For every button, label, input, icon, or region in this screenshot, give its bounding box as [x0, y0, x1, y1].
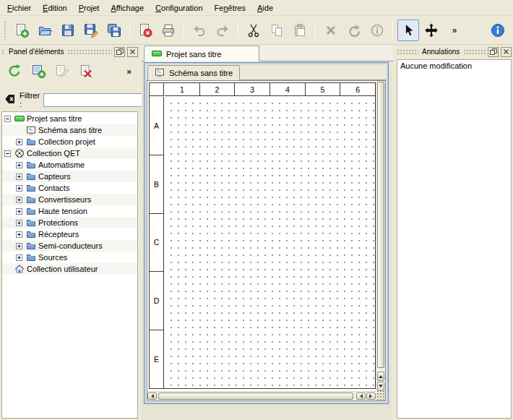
cut-button[interactable] — [243, 20, 264, 41]
select-arrow-button[interactable] — [397, 20, 419, 41]
row-label: C — [150, 213, 163, 272]
menu-fichier[interactable]: Fichier — [1, 0, 37, 15]
expand-icon[interactable] — [16, 197, 24, 203]
expand-icon[interactable] — [16, 173, 24, 180]
expand-icon[interactable] — [16, 162, 24, 168]
clear-filter-icon — [4, 93, 16, 106]
project-icon — [152, 48, 162, 60]
filter-input[interactable] — [43, 93, 152, 107]
tree-item-schema-sans-titre[interactable]: Schéma sans titre — [2, 124, 137, 136]
expand-icon[interactable] — [16, 139, 24, 145]
dock-float-button[interactable] — [114, 47, 125, 57]
save-as-button[interactable] — [80, 20, 102, 41]
scroll-up-button[interactable] — [377, 372, 384, 381]
vertical-scrollbar[interactable] — [376, 81, 385, 391]
diagram-grid[interactable] — [165, 97, 375, 388]
close-file-button[interactable] — [134, 20, 156, 41]
dock-grip — [1, 49, 5, 55]
menu-projet[interactable]: Projet — [73, 0, 105, 15]
menu-affichage[interactable]: Affichage — [105, 0, 150, 15]
reload-collections-icon — [7, 63, 22, 80]
folder-icon — [26, 206, 36, 216]
expand-icon[interactable] — [16, 185, 24, 192]
rotate-button — [343, 20, 365, 41]
print-button[interactable] — [158, 20, 179, 41]
qet-icon — [14, 148, 25, 158]
delete-element-icon — [78, 63, 94, 80]
column-label: 3 — [234, 83, 270, 95]
expand-icon[interactable] — [16, 231, 24, 238]
qelectrotech-window: FichierÉditionProjetAffichageConfigurati… — [0, 0, 513, 420]
expand-icon[interactable] — [16, 254, 24, 261]
arrow-left-icon — [358, 394, 363, 398]
print-icon — [160, 22, 176, 38]
diagram-canvas[interactable]: 123456 ABCDE — [147, 81, 376, 391]
tree-item-capteurs[interactable]: Capteurs — [2, 171, 137, 182]
open-file-button[interactable] — [34, 20, 56, 41]
vertical-scrollbar-thumb[interactable] — [377, 82, 384, 368]
reload-collections-button[interactable] — [4, 61, 25, 82]
arrow-right-icon — [369, 394, 374, 398]
move-view-button[interactable] — [421, 20, 442, 41]
tree-item-label: Protections — [38, 218, 78, 227]
about-info-button[interactable] — [487, 20, 509, 41]
clear-filter-button[interactable] — [4, 94, 16, 106]
collapse-icon[interactable] — [4, 116, 12, 122]
tree-item-sources[interactable]: Sources — [2, 252, 137, 263]
home-icon — [14, 264, 25, 274]
rotate-icon — [346, 22, 362, 38]
tree-item-automatisme[interactable]: Automatisme — [2, 159, 137, 171]
folder-icon — [26, 183, 36, 193]
undo-panel-header[interactable]: Annulations — [397, 46, 512, 57]
row-label: A — [150, 97, 163, 155]
dock-close-button[interactable] — [127, 47, 138, 57]
scroll-left-button[interactable] — [147, 393, 157, 400]
tree-item-convertisseurs[interactable]: Convertisseurs — [2, 194, 137, 205]
tab-schema[interactable]: Schéma sans titre — [147, 65, 240, 80]
toolbar-handle[interactable] — [4, 21, 7, 40]
scroll-down-button[interactable] — [377, 382, 384, 391]
scroll-left-button-2[interactable] — [356, 393, 366, 400]
dock-close-button[interactable] — [501, 47, 512, 57]
menu-configuration[interactable]: Configuration — [150, 0, 208, 15]
tab-project[interactable]: Projet sans titre — [144, 46, 259, 61]
overflow-chevron-button[interactable]: » — [444, 20, 465, 41]
collapse-icon[interactable] — [4, 150, 12, 157]
delete-element-button[interactable] — [75, 61, 97, 82]
tree-item-projet-sans-titre[interactable]: Projet sans titre — [2, 113, 137, 124]
save-button[interactable] — [57, 20, 79, 41]
tree-item-label: Contacts — [38, 184, 69, 192]
tree-item-collection-projet[interactable]: Collection projet — [2, 136, 137, 147]
tree-item-recepteurs[interactable]: Récepteurs — [2, 228, 137, 240]
new-element-button[interactable] — [27, 61, 49, 82]
element-info-button — [366, 20, 388, 41]
expand-icon[interactable] — [16, 243, 24, 249]
horizontal-scrollbar-thumb[interactable] — [158, 393, 353, 400]
expand-icon[interactable] — [16, 220, 24, 226]
cut-icon — [246, 22, 262, 38]
tree-item-haute-tension[interactable]: Haute tension — [2, 205, 137, 217]
tree-item-label: Collection QET — [27, 149, 80, 158]
tree-item-label: Collection utilisateur — [27, 265, 98, 273]
save-all-button[interactable] — [103, 20, 125, 41]
new-file-button[interactable] — [11, 20, 33, 41]
expand-icon[interactable] — [16, 208, 24, 215]
dock-float-button[interactable] — [488, 47, 499, 57]
diagram-page[interactable]: 123456 ABCDE — [149, 82, 376, 389]
resize-grip[interactable] — [376, 391, 385, 400]
tree-item-collection-utilisateur[interactable]: Collection utilisateur — [2, 263, 137, 275]
toolbar-separator — [184, 22, 184, 39]
tree-item-semi-conducteurs[interactable]: Semi-conducteurs — [2, 240, 137, 252]
scroll-right-button[interactable] — [366, 393, 376, 400]
menu-aide[interactable]: Aide — [251, 0, 279, 15]
horizontal-scrollbar[interactable] — [147, 391, 376, 400]
menu-edition[interactable]: Édition — [37, 0, 73, 15]
elements-toolbar-overflow[interactable]: » — [122, 67, 136, 77]
row-label: B — [150, 155, 163, 213]
tree-item-protections[interactable]: Protections — [2, 217, 137, 228]
tree-item-contacts[interactable]: Contacts — [2, 182, 137, 194]
menu-fenetres[interactable]: Fenêtres — [209, 0, 251, 15]
tree-item-collection-qet[interactable]: Collection QET — [2, 147, 137, 159]
folder-icon — [26, 241, 36, 251]
elements-panel-header[interactable]: Panel d'éléments — [1, 46, 138, 57]
